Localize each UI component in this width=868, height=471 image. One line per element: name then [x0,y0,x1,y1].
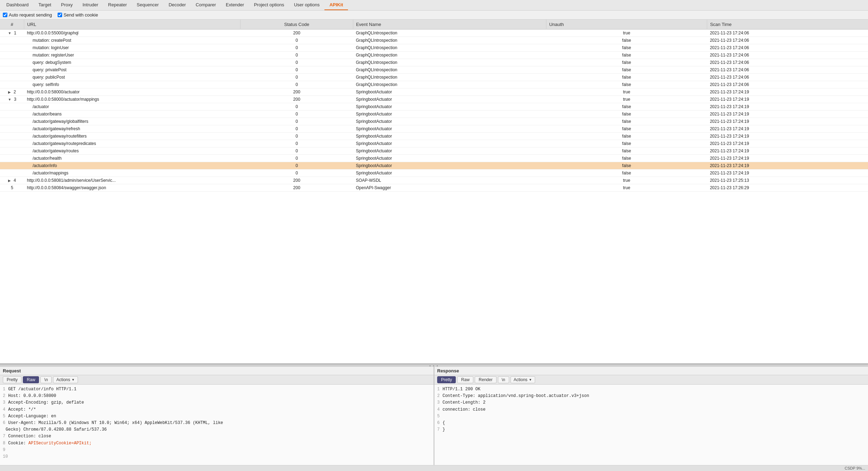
row-event: SpringbootActuator [353,125,546,133]
nav-decoder[interactable]: Decoder [164,0,191,10]
expand-icon[interactable]: ▶ [8,90,11,94]
expand-icon[interactable]: ▶ [8,179,11,183]
row-unauth: false [546,140,707,147]
line-number: 2 [437,393,440,398]
table-row[interactable]: /actuator0SpringbootActuatorfalse2021-11… [0,103,868,111]
line-text: Gecko) Chrome/87.0.4280.88 Safari/537.36 [6,427,107,432]
table-row[interactable]: ▶ 2http://0.0.0.0:58000/actuator200Sprin… [0,88,868,96]
response-line: 1HTTP/1.1 200 OK [437,386,865,393]
nav-proxy[interactable]: Proxy [56,0,78,10]
table-row[interactable]: /actuator/gateway/routes0SpringbootActua… [0,147,868,155]
nav-repeater[interactable]: Repeater [103,0,132,10]
main-area: # URL Status Code Event Name Unauth Scan… [0,20,868,465]
response-newline-button[interactable]: \n [498,376,509,383]
row-scan_time: 2021-11-23 17:24:19 [707,96,868,103]
request-panel: Request Pretty Raw \n Actions ▼ 1GET /ac… [0,367,434,465]
table-row[interactable]: /actuator/health0SpringbootActuatorfalse… [0,155,868,162]
request-line: 6User-Agent: Mozilla/5.0 (Windows NT 10.… [3,420,431,426]
table-row[interactable]: ▼ 1http://0.0.0.0:55000/graphql200GraphQ… [0,29,868,37]
table-row[interactable]: query: publicPost0GraphQLIntrospectionfa… [0,74,868,81]
table-row[interactable]: query: privatePost0GraphQLIntrospectionf… [0,66,868,74]
table-row[interactable]: mutation: createPost0GraphQLIntrospectio… [0,37,868,44]
nav-dashboard[interactable]: Dashboard [1,0,34,10]
line-number: 5 [3,414,5,419]
table-row[interactable]: /actuator/mappings0SpringbootActuatorfal… [0,170,868,177]
row-number [0,155,24,162]
row-scan_time: 2021-11-23 17:24:06 [707,44,868,52]
line-number: 9 [3,447,5,452]
table-row[interactable]: ▶ 4http://0.0.0.0:58081/admin/service/Us… [0,177,868,184]
table-row[interactable]: query: debugSystem0GraphQLIntrospectionf… [0,59,868,66]
row-status: 200 [241,88,353,96]
nav-intruder[interactable]: Intruder [78,0,103,10]
col-header-num: # [0,20,24,29]
row-event: SpringbootActuator [353,147,546,155]
line-text: Cookie: APISecurityCookie=APIkit; [8,441,92,446]
send-cookie-checkbox[interactable] [58,13,62,17]
line-number: 3 [437,400,440,405]
expand-icon[interactable]: ▼ [8,31,11,35]
row-scan_time: 2021-11-23 17:24:06 [707,74,868,81]
line-text: Connection: close [8,434,51,439]
expand-icon[interactable]: ▼ [8,98,11,101]
row-event: SpringbootActuator [353,103,546,111]
line-number: 6 [437,420,440,425]
row-number [0,140,24,147]
row-scan_time: 2021-11-23 17:24:19 [707,162,868,170]
table-row[interactable]: mutation: loginUser0GraphQLIntrospection… [0,44,868,52]
nav-apikit[interactable]: APIKit [324,0,348,10]
line-number: 1 [437,387,440,392]
row-status: 0 [241,103,353,111]
table-row[interactable]: 5http://0.0.0.0:58084/swagger/swagger.js… [0,184,868,192]
response-actions-dropdown[interactable]: Actions ▼ [511,376,535,383]
row-unauth: false [546,170,707,177]
response-pretty-button[interactable]: Pretty [437,376,456,383]
request-raw-button[interactable]: Raw [23,376,39,383]
auto-request-checkbox[interactable] [3,13,7,17]
row-number: ▶ 2 [0,88,24,96]
row-event: GraphQLIntrospection [353,52,546,59]
row-url: /actuator/gateway/routefilters [24,133,241,140]
row-unauth: false [546,81,707,88]
nav-project-options[interactable]: Project options [249,0,289,10]
request-pretty-button[interactable]: Pretty [3,376,21,383]
auto-request-label[interactable]: Auto request sending [3,12,52,18]
table-row[interactable]: /actuator/beans0SpringbootActuatorfalse2… [0,111,868,118]
table-row[interactable]: /actuator/gateway/refresh0SpringbootActu… [0,125,868,133]
row-unauth: true [546,177,707,184]
row-status: 0 [241,111,353,118]
row-unauth: false [546,162,707,170]
row-event: GraphQLIntrospection [353,59,546,66]
response-render-button[interactable]: Render [475,376,496,383]
nav-comparer[interactable]: Comparer [191,0,221,10]
nav-sequencer[interactable]: Sequencer [132,0,164,10]
table-row[interactable]: query: selfInfo0GraphQLIntrospectionfals… [0,81,868,88]
table-row[interactable]: /actuator/gateway/routefilters0Springboo… [0,133,868,140]
nav-extender[interactable]: Extender [221,0,249,10]
row-status: 0 [241,81,353,88]
nav-target[interactable]: Target [34,0,56,10]
row-url: mutation: createPost [24,37,241,44]
request-newline-button[interactable]: \n [40,376,52,383]
request-actions-dropdown[interactable]: Actions ▼ [53,376,78,383]
row-url: http://0.0.0.0:58000/actuator [24,88,241,96]
table-row[interactable]: /actuator/gateway/globalfilters0Springbo… [0,118,868,125]
response-line: 2Content-Type: application/vnd.spring-bo… [437,393,865,399]
row-unauth: true [546,96,707,103]
send-cookie-label[interactable]: Send with cookie [58,12,98,18]
line-number: 4 [437,407,440,412]
table-row[interactable]: ▼ 3http://0.0.0.0:58000/actuator/mapping… [0,96,868,103]
row-scan_time: 2021-11-23 17:24:06 [707,66,868,74]
response-raw-button[interactable]: Raw [457,376,473,383]
nav-user-options[interactable]: User options [289,0,324,10]
table-row[interactable]: /actuator/gateway/routepredicates0Spring… [0,140,868,147]
line-text: Content-Type: application/vnd.spring-boo… [442,393,589,398]
row-url: /actuator [24,103,241,111]
row-scan_time: 2021-11-23 17:24:19 [707,170,868,177]
line-number: 1 [3,387,5,392]
table-row[interactable]: /actuator/info0SpringbootActuatorfalse20… [0,162,868,170]
row-url: mutation: loginUser [24,44,241,52]
response-line: 3Content-Length: 2 [437,399,865,406]
col-header-scan: Scan Time [707,20,868,29]
table-row[interactable]: mutation: registerUser0GraphQLIntrospect… [0,52,868,59]
